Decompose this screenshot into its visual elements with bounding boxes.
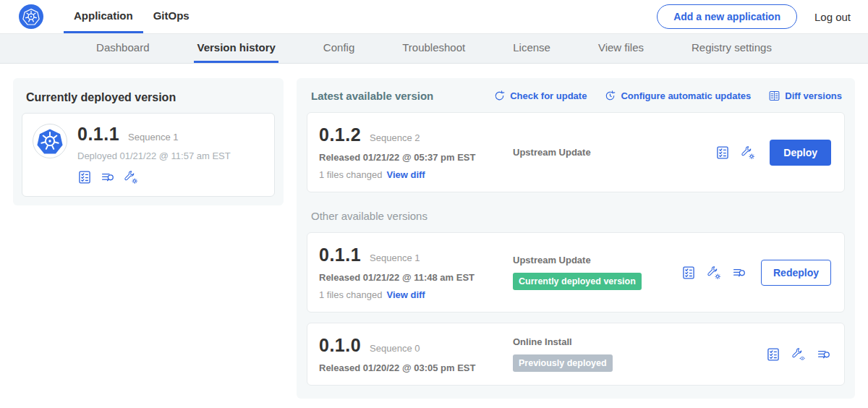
configure-automatic-updates-link[interactable]: Configure automatic updates (604, 90, 751, 102)
sequence-label: Sequence 2 (370, 132, 420, 143)
files-changed-label: 1 files changed (319, 169, 382, 180)
edit-config-icon[interactable] (124, 170, 138, 184)
preflight-checklist-icon[interactable] (715, 145, 730, 160)
subtab-config[interactable]: Config (320, 34, 357, 63)
version-number: 0.1.2 (319, 124, 361, 145)
version-history-panel: Latest available version Check for updat… (297, 78, 855, 399)
subtab-view-files[interactable]: View files (595, 34, 647, 63)
redeploy-button[interactable]: Redeploy (761, 260, 831, 286)
tab-gitops-label: GitOps (153, 9, 190, 22)
top-nav: Application GitOps Add a new application… (0, 0, 868, 33)
subtab-troubleshoot[interactable]: Troubleshoot (399, 34, 468, 63)
diff-versions-link[interactable]: Diff versions (768, 90, 842, 102)
released-timestamp: Released 01/21/22 @ 11:48 am EST (319, 272, 498, 283)
subtab-registry-settings[interactable]: Registry settings (689, 34, 775, 63)
tab-application-label: Application (74, 9, 133, 22)
view-diff-link[interactable]: View diff (386, 289, 425, 300)
kubernetes-logo-icon (19, 4, 43, 29)
version-card-0-1-2: 0.1.2 Sequence 2 Released 01/21/22 @ 05:… (307, 112, 845, 192)
edit-config-icon[interactable] (707, 265, 721, 280)
subtab-version-history[interactable]: Version history (194, 34, 278, 63)
files-changed-label: 1 files changed (319, 289, 382, 300)
deployed-timestamp: Deployed 01/21/22 @ 11:57 am EST (77, 150, 231, 161)
version-card-0-1-0: 0.1.0 Sequence 0 Released 01/20/22 @ 03:… (307, 323, 845, 386)
subtab-license[interactable]: License (510, 34, 553, 63)
version-source-label: Online Install (513, 336, 766, 347)
tab-gitops[interactable]: GitOps (143, 0, 200, 33)
deploy-button[interactable]: Deploy (770, 140, 831, 166)
check-for-update-link[interactable]: Check for update (493, 90, 587, 102)
deployed-version-number: 0.1.1 (77, 124, 119, 145)
version-number: 0.1.1 (319, 245, 361, 265)
logout-link[interactable]: Log out (814, 11, 851, 23)
app-sub-nav: Dashboard Version history Config Trouble… (0, 33, 868, 64)
sequence-label: Sequence 0 (370, 343, 420, 354)
view-logs-icon[interactable] (101, 170, 115, 184)
released-timestamp: Released 01/20/22 @ 03:05 pm EST (319, 362, 498, 373)
tab-application[interactable]: Application (64, 0, 143, 33)
version-source-label: Upstream Update (513, 255, 681, 265)
preflight-checklist-icon[interactable] (681, 265, 696, 280)
app-logo (19, 0, 43, 33)
schedule-update-icon (604, 90, 616, 102)
preflight-checklist-icon[interactable] (766, 347, 780, 362)
version-card-0-1-1: 0.1.1 Sequence 1 Released 01/21/22 @ 11:… (307, 232, 845, 313)
diff-icon (768, 90, 780, 102)
view-diff-link[interactable]: View diff (386, 169, 425, 180)
view-config-icon[interactable] (791, 347, 806, 362)
currently-deployed-panel: Currently deployed version 0.1.1 Sequenc… (13, 78, 284, 205)
version-number: 0.1.0 (319, 335, 361, 356)
previously-deployed-badge: Previously deployed (513, 354, 613, 372)
deployed-sequence-label: Sequence 1 (128, 132, 178, 143)
view-logs-icon[interactable] (732, 265, 746, 280)
latest-available-title: Latest available version (311, 90, 433, 102)
sequence-label: Sequence 1 (370, 252, 420, 263)
currently-deployed-title: Currently deployed version (26, 91, 275, 104)
edit-config-icon[interactable] (741, 145, 755, 160)
released-timestamp: Released 01/21/22 @ 05:37 pm EST (319, 152, 498, 163)
app-k8s-icon (33, 124, 67, 158)
refresh-icon (493, 90, 506, 102)
preflight-checklist-icon[interactable] (77, 170, 92, 184)
version-source-label: Upstream Update (513, 147, 715, 158)
currently-deployed-card: 0.1.1 Sequence 1 Deployed 01/21/22 @ 11:… (22, 113, 275, 197)
other-available-versions-title: Other available versions (311, 210, 842, 222)
add-new-application-button[interactable]: Add a new application (657, 4, 797, 29)
currently-deployed-badge: Currently deployed version (513, 273, 642, 290)
view-logs-icon[interactable] (817, 347, 831, 362)
subtab-dashboard[interactable]: Dashboard (93, 34, 152, 63)
